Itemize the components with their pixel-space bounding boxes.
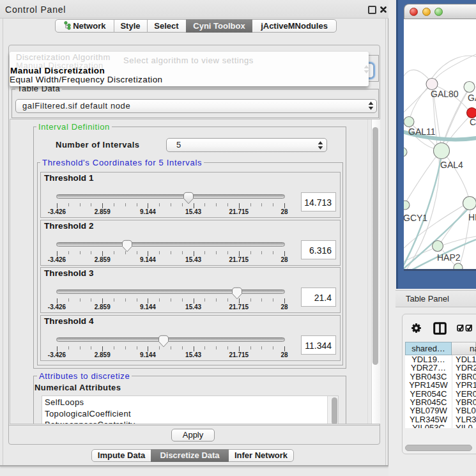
svg-text:HI: HI [468,212,476,222]
svg-text:GCY1: GCY1 [404,213,427,223]
svg-text:GAL: GAL [468,93,476,103]
svg-text:GAL11: GAL11 [408,127,436,137]
svg-text:GAL4: GAL4 [440,160,463,170]
svg-text:C: C [470,117,476,127]
svg-text:GAL80: GAL80 [431,89,459,99]
svg-text:HAP2: HAP2 [437,252,461,263]
